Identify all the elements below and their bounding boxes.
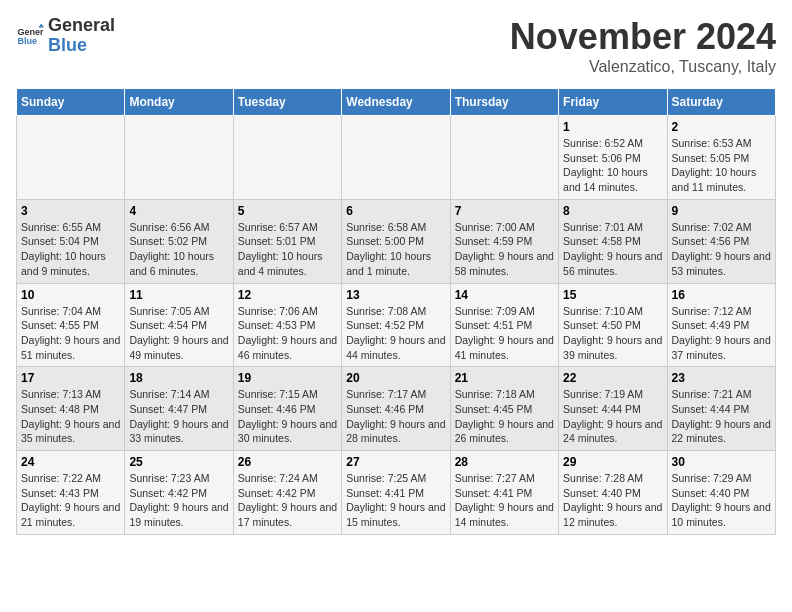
header: General Blue General Blue November 2024 … (16, 16, 776, 76)
day-number: 15 (563, 288, 662, 302)
day-info: Sunrise: 6:57 AM Sunset: 5:01 PM Dayligh… (238, 220, 337, 279)
calendar-cell: 12Sunrise: 7:06 AM Sunset: 4:53 PM Dayli… (233, 283, 341, 367)
day-info: Sunrise: 7:02 AM Sunset: 4:56 PM Dayligh… (672, 220, 771, 279)
calendar-cell (450, 116, 558, 200)
title-area: November 2024 Valenzatico, Tuscany, Ital… (510, 16, 776, 76)
day-info: Sunrise: 7:25 AM Sunset: 4:41 PM Dayligh… (346, 471, 445, 530)
day-info: Sunrise: 7:29 AM Sunset: 4:40 PM Dayligh… (672, 471, 771, 530)
calendar-cell (125, 116, 233, 200)
calendar-cell: 9Sunrise: 7:02 AM Sunset: 4:56 PM Daylig… (667, 199, 775, 283)
column-header-saturday: Saturday (667, 89, 775, 116)
calendar-cell: 24Sunrise: 7:22 AM Sunset: 4:43 PM Dayli… (17, 451, 125, 535)
day-number: 5 (238, 204, 337, 218)
calendar-cell: 13Sunrise: 7:08 AM Sunset: 4:52 PM Dayli… (342, 283, 450, 367)
day-number: 17 (21, 371, 120, 385)
calendar-cell (17, 116, 125, 200)
logo-text: General Blue (48, 16, 115, 56)
day-info: Sunrise: 7:10 AM Sunset: 4:50 PM Dayligh… (563, 304, 662, 363)
day-number: 20 (346, 371, 445, 385)
calendar-week-row: 3Sunrise: 6:55 AM Sunset: 5:04 PM Daylig… (17, 199, 776, 283)
svg-marker-2 (38, 23, 44, 27)
column-header-sunday: Sunday (17, 89, 125, 116)
day-number: 3 (21, 204, 120, 218)
column-header-tuesday: Tuesday (233, 89, 341, 116)
calendar-cell: 30Sunrise: 7:29 AM Sunset: 4:40 PM Dayli… (667, 451, 775, 535)
calendar-week-row: 17Sunrise: 7:13 AM Sunset: 4:48 PM Dayli… (17, 367, 776, 451)
calendar-cell: 22Sunrise: 7:19 AM Sunset: 4:44 PM Dayli… (559, 367, 667, 451)
calendar-cell: 28Sunrise: 7:27 AM Sunset: 4:41 PM Dayli… (450, 451, 558, 535)
day-info: Sunrise: 7:12 AM Sunset: 4:49 PM Dayligh… (672, 304, 771, 363)
calendar-cell: 1Sunrise: 6:52 AM Sunset: 5:06 PM Daylig… (559, 116, 667, 200)
day-info: Sunrise: 7:00 AM Sunset: 4:59 PM Dayligh… (455, 220, 554, 279)
day-number: 7 (455, 204, 554, 218)
day-info: Sunrise: 7:06 AM Sunset: 4:53 PM Dayligh… (238, 304, 337, 363)
day-info: Sunrise: 6:53 AM Sunset: 5:05 PM Dayligh… (672, 136, 771, 195)
calendar-cell (233, 116, 341, 200)
day-number: 4 (129, 204, 228, 218)
calendar-cell: 6Sunrise: 6:58 AM Sunset: 5:00 PM Daylig… (342, 199, 450, 283)
calendar-cell: 29Sunrise: 7:28 AM Sunset: 4:40 PM Dayli… (559, 451, 667, 535)
day-number: 2 (672, 120, 771, 134)
calendar-week-row: 10Sunrise: 7:04 AM Sunset: 4:55 PM Dayli… (17, 283, 776, 367)
day-number: 26 (238, 455, 337, 469)
day-info: Sunrise: 7:13 AM Sunset: 4:48 PM Dayligh… (21, 387, 120, 446)
calendar-cell: 2Sunrise: 6:53 AM Sunset: 5:05 PM Daylig… (667, 116, 775, 200)
day-number: 11 (129, 288, 228, 302)
day-info: Sunrise: 7:23 AM Sunset: 4:42 PM Dayligh… (129, 471, 228, 530)
day-number: 1 (563, 120, 662, 134)
day-number: 12 (238, 288, 337, 302)
calendar-cell: 4Sunrise: 6:56 AM Sunset: 5:02 PM Daylig… (125, 199, 233, 283)
day-info: Sunrise: 7:05 AM Sunset: 4:54 PM Dayligh… (129, 304, 228, 363)
calendar-cell: 5Sunrise: 6:57 AM Sunset: 5:01 PM Daylig… (233, 199, 341, 283)
day-number: 18 (129, 371, 228, 385)
calendar-cell: 16Sunrise: 7:12 AM Sunset: 4:49 PM Dayli… (667, 283, 775, 367)
day-info: Sunrise: 7:22 AM Sunset: 4:43 PM Dayligh… (21, 471, 120, 530)
day-info: Sunrise: 7:18 AM Sunset: 4:45 PM Dayligh… (455, 387, 554, 446)
day-number: 24 (21, 455, 120, 469)
day-info: Sunrise: 6:58 AM Sunset: 5:00 PM Dayligh… (346, 220, 445, 279)
day-info: Sunrise: 6:55 AM Sunset: 5:04 PM Dayligh… (21, 220, 120, 279)
day-info: Sunrise: 7:24 AM Sunset: 4:42 PM Dayligh… (238, 471, 337, 530)
day-number: 13 (346, 288, 445, 302)
day-number: 28 (455, 455, 554, 469)
day-number: 27 (346, 455, 445, 469)
day-info: Sunrise: 7:08 AM Sunset: 4:52 PM Dayligh… (346, 304, 445, 363)
calendar-cell: 17Sunrise: 7:13 AM Sunset: 4:48 PM Dayli… (17, 367, 125, 451)
calendar-cell: 26Sunrise: 7:24 AM Sunset: 4:42 PM Dayli… (233, 451, 341, 535)
svg-text:Blue: Blue (17, 36, 37, 46)
logo-line1: General (48, 16, 115, 36)
calendar-week-row: 1Sunrise: 6:52 AM Sunset: 5:06 PM Daylig… (17, 116, 776, 200)
column-header-thursday: Thursday (450, 89, 558, 116)
day-info: Sunrise: 7:09 AM Sunset: 4:51 PM Dayligh… (455, 304, 554, 363)
calendar-cell: 25Sunrise: 7:23 AM Sunset: 4:42 PM Dayli… (125, 451, 233, 535)
logo-line2: Blue (48, 36, 115, 56)
day-number: 14 (455, 288, 554, 302)
calendar-cell: 7Sunrise: 7:00 AM Sunset: 4:59 PM Daylig… (450, 199, 558, 283)
calendar-cell: 15Sunrise: 7:10 AM Sunset: 4:50 PM Dayli… (559, 283, 667, 367)
calendar-cell: 18Sunrise: 7:14 AM Sunset: 4:47 PM Dayli… (125, 367, 233, 451)
logo: General Blue General Blue (16, 16, 115, 56)
day-info: Sunrise: 7:14 AM Sunset: 4:47 PM Dayligh… (129, 387, 228, 446)
day-number: 22 (563, 371, 662, 385)
day-number: 25 (129, 455, 228, 469)
svg-text:General: General (17, 26, 44, 36)
day-info: Sunrise: 7:15 AM Sunset: 4:46 PM Dayligh… (238, 387, 337, 446)
calendar-week-row: 24Sunrise: 7:22 AM Sunset: 4:43 PM Dayli… (17, 451, 776, 535)
day-number: 8 (563, 204, 662, 218)
calendar-header-row: SundayMondayTuesdayWednesdayThursdayFrid… (17, 89, 776, 116)
calendar-cell: 20Sunrise: 7:17 AM Sunset: 4:46 PM Dayli… (342, 367, 450, 451)
day-info: Sunrise: 6:56 AM Sunset: 5:02 PM Dayligh… (129, 220, 228, 279)
day-number: 29 (563, 455, 662, 469)
calendar-cell: 21Sunrise: 7:18 AM Sunset: 4:45 PM Dayli… (450, 367, 558, 451)
day-info: Sunrise: 7:27 AM Sunset: 4:41 PM Dayligh… (455, 471, 554, 530)
day-number: 6 (346, 204, 445, 218)
calendar-cell: 10Sunrise: 7:04 AM Sunset: 4:55 PM Dayli… (17, 283, 125, 367)
calendar-cell: 19Sunrise: 7:15 AM Sunset: 4:46 PM Dayli… (233, 367, 341, 451)
location-subtitle: Valenzatico, Tuscany, Italy (510, 58, 776, 76)
day-number: 10 (21, 288, 120, 302)
logo-icon: General Blue (16, 22, 44, 50)
calendar-cell: 27Sunrise: 7:25 AM Sunset: 4:41 PM Dayli… (342, 451, 450, 535)
day-number: 16 (672, 288, 771, 302)
day-info: Sunrise: 7:04 AM Sunset: 4:55 PM Dayligh… (21, 304, 120, 363)
calendar-cell (342, 116, 450, 200)
